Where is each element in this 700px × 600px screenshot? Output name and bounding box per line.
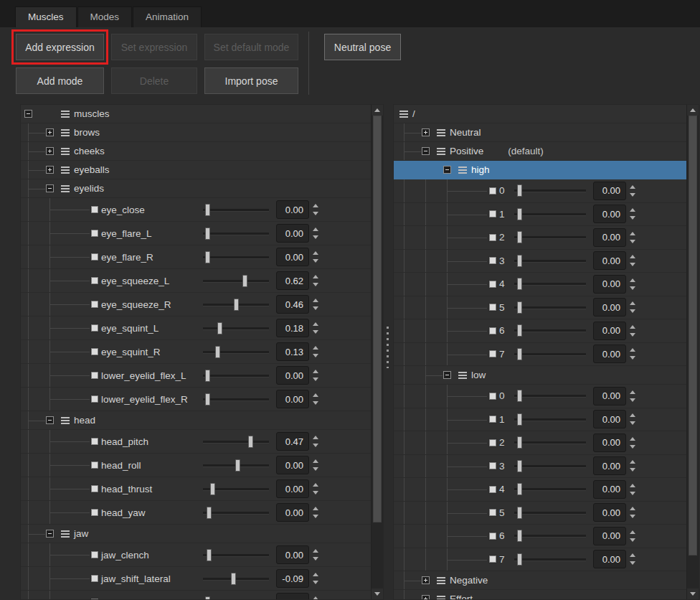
parameter-row[interactable]: eye_flare_L0.00 <box>21 222 371 245</box>
slider[interactable] <box>514 436 586 449</box>
slider[interactable] <box>514 208 586 220</box>
spin-value-field[interactable]: 0.00 <box>593 433 626 452</box>
parameter-row[interactable]: head_yaw0.00 <box>21 501 371 525</box>
spin-down-button[interactable] <box>628 191 638 199</box>
slider[interactable] <box>203 346 269 358</box>
collapse-toggle-icon[interactable] <box>422 147 430 155</box>
parameter-row[interactable]: eye_squeeze_R0.46 <box>21 293 371 317</box>
parameter-row[interactable]: 10.00 <box>394 203 686 227</box>
slider-handle[interactable] <box>205 370 210 382</box>
scrollbar-thumb[interactable] <box>373 116 382 522</box>
slider[interactable] <box>514 301 586 314</box>
parameter-row[interactable]: 50.00 <box>394 296 686 320</box>
parameter-row[interactable]: jaw_clench0.00 <box>21 543 371 567</box>
slider-handle[interactable] <box>242 275 247 287</box>
parameter-row[interactable]: 20.00 <box>394 431 686 455</box>
spin-down-button[interactable] <box>311 399 321 407</box>
spin-value-field[interactable]: 0.00 <box>593 550 626 568</box>
spin-down-button[interactable] <box>628 443 638 451</box>
parameter-row[interactable]: 30.00 <box>394 250 686 273</box>
parameter-row[interactable]: eye_squint_L0.18 <box>21 317 371 340</box>
checkbox[interactable] <box>90 508 99 517</box>
parameter-row[interactable]: 00.00 <box>394 385 686 408</box>
slider[interactable] <box>514 324 586 337</box>
tree-group-row[interactable]: Negative <box>394 571 686 590</box>
expand-toggle-icon[interactable] <box>46 128 54 136</box>
spin-up-button[interactable] <box>311 273 321 281</box>
slider[interactable] <box>203 573 269 585</box>
checkbox[interactable] <box>90 437 99 446</box>
spin-up-button[interactable] <box>628 276 638 284</box>
spin-up-button[interactable] <box>628 482 638 489</box>
modes-vertical-scrollbar[interactable] <box>686 105 699 599</box>
spin-value-field[interactable]: 0.00 <box>276 479 309 498</box>
checkbox[interactable] <box>488 439 497 447</box>
tree-group-row[interactable]: eyeballs <box>21 161 371 179</box>
slider[interactable] <box>203 483 269 495</box>
spin-down-button[interactable] <box>628 559 638 567</box>
parameter-row[interactable]: 10.00 <box>394 408 686 432</box>
spin-value-field[interactable]: 0.00 <box>593 387 626 406</box>
slider[interactable] <box>203 299 269 311</box>
slider[interactable] <box>514 507 586 519</box>
parameter-row[interactable]: 60.00 <box>394 319 686 343</box>
slider-handle[interactable] <box>517 483 522 495</box>
spin-down-button[interactable] <box>628 261 638 268</box>
spin-up-button[interactable] <box>311 457 321 465</box>
spin-down-button[interactable] <box>311 465 321 473</box>
spin-down-button[interactable] <box>311 555 321 563</box>
slider[interactable] <box>514 390 586 402</box>
spin-up-button[interactable] <box>311 296 321 304</box>
slider[interactable] <box>514 255 586 267</box>
parameter-row[interactable]: jaw_shift_lateral-0.09 <box>21 567 371 591</box>
slider-handle[interactable] <box>517 436 522 449</box>
tree-group-row[interactable]: Effort <box>394 590 686 599</box>
parameter-row[interactable]: 30.00 <box>394 455 686 479</box>
checkbox[interactable] <box>90 484 99 493</box>
spin-value-field[interactable]: 0.00 <box>276 593 309 599</box>
slider-handle[interactable] <box>207 507 212 519</box>
slider-handle[interactable] <box>205 393 210 406</box>
expand-toggle-icon[interactable] <box>422 576 430 584</box>
slider-handle[interactable] <box>517 278 522 290</box>
slider[interactable] <box>514 184 586 197</box>
slider[interactable] <box>203 436 269 448</box>
checkbox[interactable] <box>90 253 99 261</box>
expand-toggle-icon[interactable] <box>422 595 430 599</box>
spin-down-button[interactable] <box>311 512 321 520</box>
spin-up-button[interactable] <box>628 411 638 419</box>
slider-handle[interactable] <box>205 251 210 263</box>
slider-handle[interactable] <box>517 324 522 337</box>
collapse-toggle-icon[interactable] <box>46 530 54 538</box>
checkbox[interactable] <box>488 303 497 311</box>
parameter-row[interactable]: lower_eyelid_flex_L0.00 <box>21 364 371 388</box>
slider-handle[interactable] <box>517 390 522 402</box>
spin-down-button[interactable] <box>628 396 638 404</box>
spin-up-button[interactable] <box>628 253 638 261</box>
tree-group-row[interactable]: low <box>394 366 686 385</box>
parameter-row[interactable]: eye_flare_R0.00 <box>21 245 371 269</box>
scroll-up-button[interactable] <box>687 105 699 116</box>
collapse-toggle-icon[interactable] <box>24 110 32 118</box>
scrollbar-track[interactable] <box>372 116 383 589</box>
spin-value-field[interactable]: 0.00 <box>593 251 626 270</box>
spin-down-button[interactable] <box>311 233 321 241</box>
spin-up-button[interactable] <box>311 249 321 257</box>
spin-down-button[interactable] <box>311 441 321 449</box>
checkbox[interactable] <box>90 347 99 356</box>
slider[interactable] <box>203 596 269 600</box>
import-pose-button[interactable]: Import pose <box>204 67 298 94</box>
slider[interactable] <box>203 459 269 472</box>
scroll-down-button[interactable] <box>372 589 383 599</box>
slider-handle[interactable] <box>215 346 220 358</box>
spin-value-field[interactable]: 0.00 <box>276 200 309 219</box>
checkbox[interactable] <box>488 210 497 218</box>
tree-root-row[interactable]: / <box>394 105 686 123</box>
slider-handle[interactable] <box>517 184 522 197</box>
slider[interactable] <box>514 530 586 542</box>
spin-down-button[interactable] <box>311 489 321 497</box>
checkbox[interactable] <box>488 485 497 494</box>
checkbox[interactable] <box>488 555 497 563</box>
slider[interactable] <box>514 231 586 243</box>
spin-down-button[interactable] <box>311 578 321 586</box>
